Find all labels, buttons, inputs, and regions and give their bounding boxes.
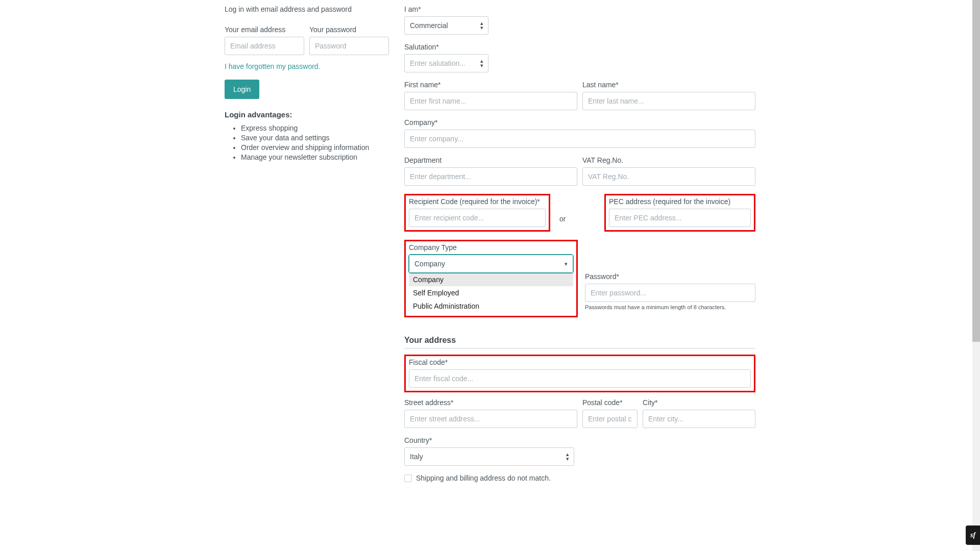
fiscal-code-highlight: Fiscal code*	[404, 355, 755, 392]
firstname-label: First name*	[404, 81, 577, 89]
vat-label: VAT Reg.No.	[582, 156, 755, 164]
postal-input[interactable]	[582, 410, 638, 428]
advantages-list: Express shopping Save your data and sett…	[225, 124, 389, 161]
firstname-input[interactable]	[404, 92, 577, 110]
postal-label: Postal code*	[582, 398, 638, 407]
street-input[interactable]	[404, 410, 577, 428]
company-label: Company*	[404, 118, 755, 127]
company-input[interactable]	[404, 130, 755, 148]
recipient-code-input[interactable]	[409, 209, 546, 227]
lastname-label: Last name*	[582, 81, 755, 89]
address-mismatch-checkbox[interactable]	[404, 474, 412, 482]
forgot-password-link[interactable]: I have forgotten my password.	[225, 62, 321, 70]
lastname-input[interactable]	[582, 92, 755, 110]
recipient-code-label: Recipient Code (required for the invoice…	[409, 197, 546, 206]
pec-address-highlight: PEC address (required for the invoice)	[604, 194, 755, 232]
company-type-option-company[interactable]: Company	[409, 273, 573, 286]
iam-label: I am*	[404, 5, 488, 13]
chevron-down-icon: ▾	[565, 261, 568, 267]
password-label: Your password	[309, 26, 389, 34]
advantage-item: Manage your newsletter subscription	[241, 153, 389, 161]
street-label: Street address*	[404, 398, 577, 407]
register-password-input[interactable]	[585, 284, 755, 302]
salutation-label: Salutation*	[404, 43, 488, 51]
country-select[interactable]: Italy	[404, 447, 574, 466]
address-mismatch-label: Shipping and billing address do not matc…	[416, 474, 551, 482]
city-input[interactable]	[643, 410, 755, 428]
email-label: Your email address	[225, 26, 304, 34]
company-type-value: Company	[414, 260, 445, 268]
or-text: or	[550, 203, 575, 223]
company-type-select[interactable]: Company ▾	[409, 255, 573, 273]
login-intro: Log in with email address and password	[225, 5, 389, 13]
country-label: Country*	[404, 436, 574, 444]
advantages-heading: Login advantages:	[225, 110, 389, 119]
advantage-item: Order overview and shipping information	[241, 143, 389, 152]
login-button[interactable]: Login	[225, 80, 259, 99]
scrollbar[interactable]	[972, 0, 980, 503]
your-address-heading: Your address	[404, 336, 755, 348]
salutation-select[interactable]: Enter salutation...	[404, 54, 488, 72]
company-type-label: Company Type	[409, 243, 573, 252]
advantage-item: Save your data and settings	[241, 134, 389, 142]
vat-input[interactable]	[582, 167, 755, 186]
company-type-option-selfemployed[interactable]: Self Employed	[409, 286, 573, 299]
pec-label: PEC address (required for the invoice)	[609, 197, 751, 206]
recipient-code-highlight: Recipient Code (required for the invoice…	[404, 194, 550, 232]
pec-input[interactable]	[609, 209, 751, 227]
password-input[interactable]	[309, 37, 389, 55]
department-label: Department	[404, 156, 577, 164]
city-label: City*	[643, 398, 755, 407]
register-password-label: Password*	[585, 272, 755, 281]
register-panel: I am* Commercial Salutation* Enter salut…	[404, 5, 755, 482]
company-type-dropdown: Company Self Employed Public Administrat…	[409, 273, 573, 313]
company-type-option-publicadmin[interactable]: Public Administration	[409, 299, 573, 313]
login-panel: Log in with email address and password Y…	[225, 5, 389, 482]
scrollbar-thumb[interactable]	[972, 0, 980, 342]
company-type-highlight: Company Type Company ▾ Company Self Empl…	[404, 240, 578, 317]
password-hint: Passwords must have a minimum length of …	[585, 304, 755, 310]
iam-select[interactable]: Commercial	[404, 16, 488, 35]
department-input[interactable]	[404, 167, 577, 186]
email-input[interactable]	[225, 37, 304, 55]
fiscal-code-input[interactable]	[409, 369, 751, 388]
fiscal-code-label: Fiscal code*	[409, 358, 751, 366]
advantage-item: Express shopping	[241, 124, 389, 132]
